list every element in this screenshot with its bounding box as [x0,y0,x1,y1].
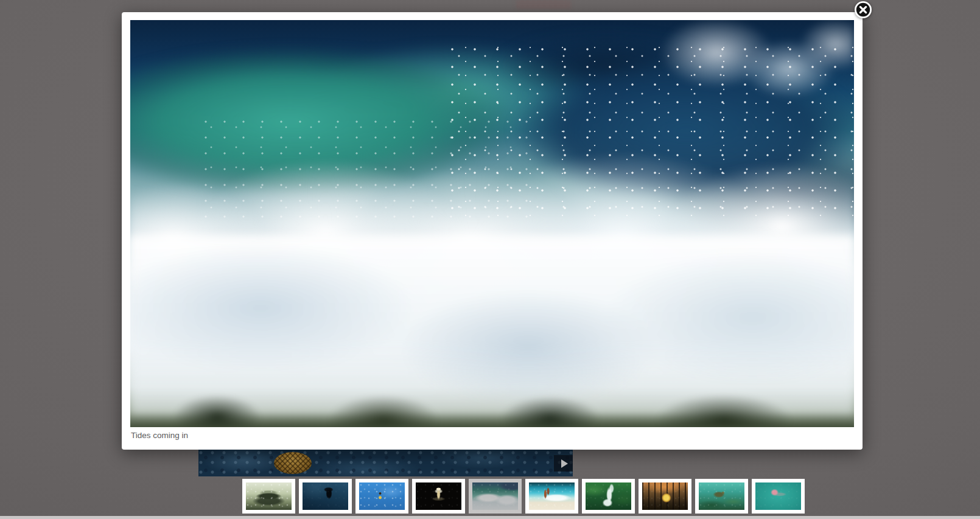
underlying-carousel-image [198,450,573,476]
dark-shore-layer [130,391,854,427]
sea-turtle-underwater-thumbnail [699,482,744,510]
underwater-swimmer-silhouette-thumbnail [303,482,348,510]
play-button[interactable] [554,455,573,472]
play-icon [561,459,568,468]
thumbnail-underwater-silhouette[interactable] [299,479,352,514]
spray-droplets-layer [203,118,528,224]
lightbox-modal: Tides coming in [122,12,863,450]
pineapple-image [274,452,312,474]
lightbox-image[interactable] [130,20,854,427]
water-droplet-splash-thumbnail [246,482,292,510]
thumbnail-forest-waterfall[interactable] [582,479,635,514]
thumbnail-droplet-crown[interactable] [242,479,295,514]
golden-crystal-ball-in-forest-thumbnail [642,482,688,510]
bottom-page-edge [0,516,980,519]
pink-jellyfish-in-teal-water-thumbnail [755,482,801,510]
splash-on-black-thumbnail [416,482,461,510]
thumbnail-crystal-ball[interactable] [639,479,691,514]
thumbnail-black-splash[interactable] [412,479,465,514]
legs-walking-on-beach-thumbnail [529,482,575,510]
thumbnail-pool-swimmer[interactable] [355,479,408,514]
forest-waterfall-thumbnail [586,482,631,510]
thumbnail-strip [242,479,805,514]
crashing-teal-wave-thumbnail [472,482,518,510]
thumbnail-teal-wave[interactable] [469,479,522,514]
thumbnail-sea-turtle[interactable] [695,479,748,514]
close-button[interactable] [854,1,872,19]
thumbnail-beach-walk[interactable] [525,479,578,514]
swimmer-in-blue-water-thumbnail [359,482,405,510]
lightbox-caption: Tides coming in [131,431,188,441]
thumbnail-jellyfish[interactable] [752,479,805,514]
close-icon [854,1,872,19]
page-header-remnant [516,0,571,9]
bottom-foam-mass-layer [130,236,854,415]
screen: Tides coming in [0,0,980,519]
